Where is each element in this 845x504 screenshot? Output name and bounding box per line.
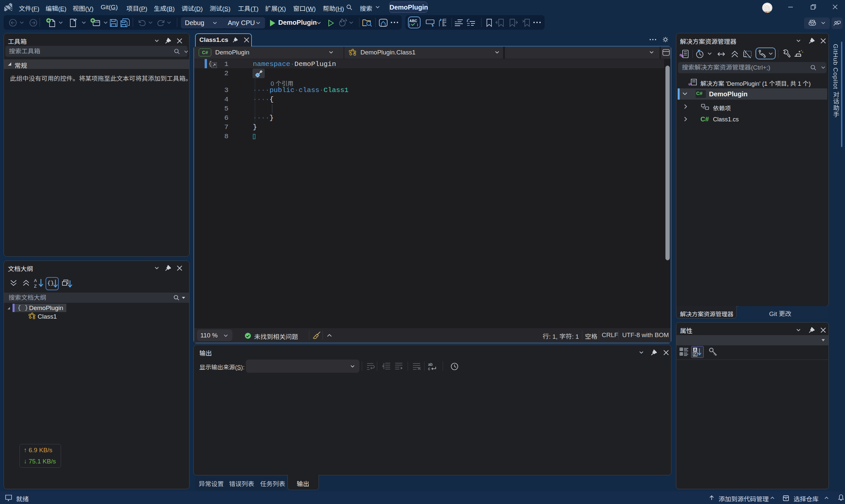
svg-text:{}: {}: [47, 280, 54, 286]
svg-text:A: A: [34, 278, 37, 283]
svg-text:ABC: ABC: [409, 19, 417, 23]
svg-text:c: c: [428, 366, 430, 371]
svg-text:Z: Z: [34, 284, 37, 288]
svg-text:Z: Z: [694, 352, 696, 356]
svg-text:ab: ab: [428, 362, 433, 367]
svg-text:A: A: [694, 348, 697, 352]
